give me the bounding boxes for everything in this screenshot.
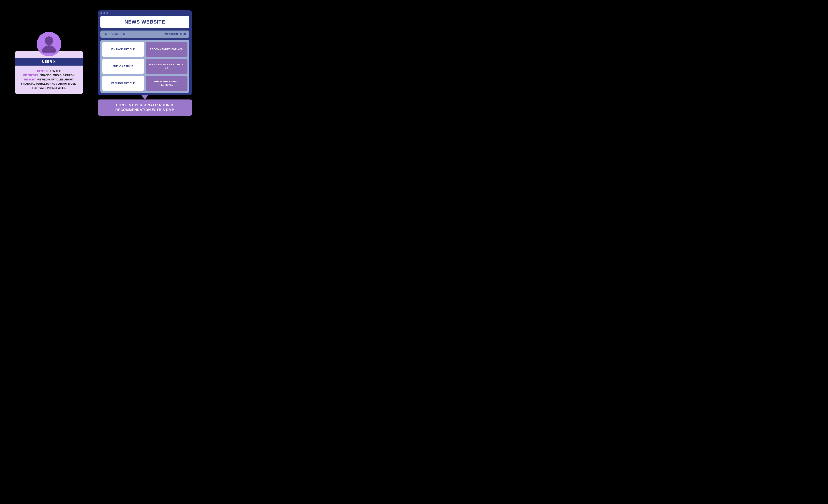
interests-value: FINANCE, MUSIC, FASHION	[40, 74, 75, 77]
arrow-down-icon	[141, 95, 148, 99]
browser-section: NEWS WEBSITE TOP STORIES WEATHER ☀ 85 FI…	[98, 10, 192, 116]
article-card-festivals[interactable]: THE 10 BEST MUSIC FESTIVALS	[146, 76, 188, 91]
gender-label: GENDER:	[37, 70, 49, 73]
top-stories-label: TOP STORIES	[103, 32, 125, 36]
window-dot-1	[100, 12, 102, 14]
history-row: HISTORY: VIEWED 5 ARTICLES ABOUT FINANCI…	[19, 77, 79, 90]
article-title-wallst: WHY THIS MAN LEFT WALL ST	[148, 63, 185, 70]
bottom-label: CONTENT PERSONALIZATION &RECOMMENDATION …	[98, 99, 192, 116]
interests-row: INTERESTS: FINANCE, MUSIC, FASHION	[19, 73, 79, 77]
scene: USER X GENDER: FEMALE INTERESTS: FINANCE…	[0, 0, 207, 126]
window-dot-2	[104, 12, 105, 14]
weather-temp: 85	[183, 33, 187, 35]
sun-icon: ☀	[179, 32, 182, 36]
window-dot-3	[107, 12, 108, 14]
article-title-music: MUSIC ARTICLE	[113, 65, 133, 68]
avatar	[37, 32, 61, 56]
news-website-title: NEWS WEBSITE	[125, 19, 165, 25]
article-card-music[interactable]: MUSIC ARTICLE	[102, 59, 144, 74]
browser-titlebar	[98, 10, 192, 16]
user-section: USER X GENDER: FEMALE INTERESTS: FINANCE…	[15, 32, 83, 94]
user-silhouette-icon	[41, 36, 56, 52]
gender-row: GENDER: FEMALE	[19, 69, 79, 73]
nav-bar: TOP STORIES WEATHER ☀ 85	[100, 31, 189, 38]
weather-label: WEATHER	[164, 33, 178, 35]
article-title-recommended: RECOMMENDED FOR YOU	[150, 48, 183, 51]
article-card-finance[interactable]: FINANCE ARTICLE	[102, 42, 144, 57]
article-card-wallst[interactable]: WHY THIS MAN LEFT WALL ST	[146, 59, 188, 74]
bottom-label-text: CONTENT PERSONALIZATION &RECOMMENDATION …	[103, 103, 187, 112]
article-card-recommended[interactable]: RECOMMENDED FOR YOU	[146, 42, 188, 57]
article-title-finance: FINANCE ARTICLE	[111, 48, 135, 51]
user-card-header: USER X	[15, 58, 83, 66]
news-header-box: NEWS WEBSITE	[100, 16, 189, 28]
article-title-fashion: FASHION ARTICLE	[111, 82, 135, 85]
user-card-body: GENDER: FEMALE INTERESTS: FINANCE, MUSIC…	[15, 66, 83, 94]
svg-point-0	[45, 36, 53, 45]
article-card-fashion[interactable]: FASHION ARTICLE	[102, 76, 144, 91]
browser-content: NEWS WEBSITE TOP STORIES WEATHER ☀ 85 FI…	[98, 16, 192, 93]
user-card: USER X GENDER: FEMALE INTERESTS: FINANCE…	[15, 51, 83, 94]
interests-label: INTERESTS:	[23, 74, 39, 77]
svg-point-1	[42, 45, 56, 52]
articles-grid: FINANCE ARTICLE RECOMMENDED FOR YOU MUSI…	[100, 40, 189, 93]
gender-value: FEMALE	[50, 70, 61, 73]
weather-section: WEATHER ☀ 85	[164, 32, 187, 36]
browser-window: NEWS WEBSITE TOP STORIES WEATHER ☀ 85 FI…	[98, 10, 192, 95]
article-title-festivals: THE 10 BEST MUSIC FESTIVALS	[148, 80, 185, 87]
user-name: USER X	[42, 60, 56, 64]
history-label: HISTORY:	[24, 78, 36, 81]
